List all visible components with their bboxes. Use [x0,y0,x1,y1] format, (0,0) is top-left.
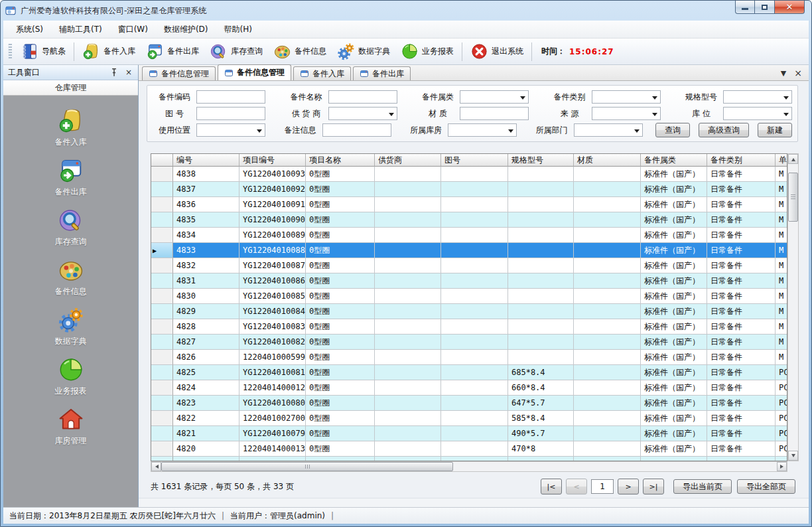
maximize-button[interactable] [755,1,774,14]
new-button[interactable]: 新建 [758,123,792,137]
column-header-part-class[interactable]: 备件属类 [641,154,707,167]
field-material-input[interactable] [460,107,529,120]
first-page-button[interactable]: |< [541,479,562,494]
tab-parts-info-mgmt-2[interactable]: 备件信息管理 [218,64,291,80]
row-selector[interactable] [151,319,173,335]
table-row[interactable]: 4821YG122040100790型圈490*5.7标准件（国产）日常备件PC [151,426,787,441]
last-page-button[interactable]: >| [643,479,664,494]
column-header-project-name[interactable]: 项目名称 [306,154,375,167]
row-selector[interactable] [151,380,173,396]
column-header-unit[interactable]: 单位 [776,154,787,167]
tool-window-close-icon[interactable]: × [124,68,133,77]
column-header-material[interactable]: 材质 [574,154,641,167]
field-location-select[interactable] [723,107,792,120]
table-row[interactable]: 4829YG122040100840型圈标准件（国产）日常备件M [151,304,787,319]
table-row[interactable]: 482412204014000120型圈660*8.4标准件（国产）日常备件PC [151,380,787,396]
table-row[interactable]: 4823YG122040100800型圈647*5.7标准件（国产）日常备件PC [151,396,787,411]
next-page-button[interactable]: > [618,479,639,494]
row-selector[interactable] [151,273,173,289]
table-row[interactable]: 4828YG122040100830型圈标准件（国产）日常备件M [151,319,787,335]
field-part-class-select[interactable] [460,90,529,104]
row-selector[interactable] [151,228,173,243]
menu-item-help[interactable]: 帮助(H) [217,21,259,38]
field-use-position-select[interactable] [196,123,265,137]
menu-item-system[interactable]: 系统(S) [9,21,50,38]
column-header-project-no[interactable]: 项目编号 [239,154,306,167]
menu-item-data-maintenance[interactable]: 数据维护(D) [157,21,216,38]
export-all-pages-button[interactable]: 导出全部页 [737,479,795,494]
field-part-code-input[interactable] [196,90,265,104]
field-spec-model-select[interactable] [723,90,792,104]
table-row[interactable]: 4832YG122040100870型圈标准件（国产）日常备件M [151,258,787,273]
toolbar-business-report-button[interactable]: 业务报表 [395,41,459,62]
field-part-type-select[interactable] [592,90,661,104]
row-selector[interactable] [151,212,173,228]
table-row[interactable]: 4837YG122040100920型圈标准件（国产）日常备件M [151,182,787,197]
scroll-left-icon[interactable] [151,462,161,471]
column-header-supplier[interactable]: 供货商 [375,154,441,167]
field-department-select[interactable] [574,123,643,137]
scroll-down-icon[interactable] [788,451,798,461]
scroll-up-icon[interactable] [788,154,798,164]
menu-item-window[interactable]: 窗口(W) [111,21,155,38]
sidebar-item-warehouse-mgmt[interactable]: 库房管理 [25,406,117,447]
sidebar-item-parts-out[interactable]: 备件出库 [25,157,117,198]
horizontal-scroll-thumb[interactable] [161,462,453,471]
table-row[interactable]: ▶4833YG122040100880型圈标准件（国产）日常备件M [151,243,787,258]
page-number-input[interactable]: 1 [591,479,614,494]
table-row[interactable]: 4825YG122040100810型圈685*8.4标准件（国产）日常备件PC [151,365,787,380]
tab-parts-info-mgmt-1[interactable]: 备件信息管理 [142,66,216,80]
scroll-right-icon[interactable] [777,462,787,471]
advanced-query-button[interactable]: 高级查询 [699,123,749,137]
query-button[interactable]: 查询 [655,123,690,137]
toolbar-nav-bar-button[interactable]: 导航条 [15,41,71,62]
field-supplier-select[interactable] [328,107,397,120]
column-header-spec[interactable]: 规格型号 [508,154,574,167]
table-row[interactable]: 482012204014000130型圈470*8标准件（国产）日常备件PC [151,441,787,457]
toolbar-exit-system-button[interactable]: 退出系统 [465,41,529,62]
toolbar-parts-in-button[interactable]: 备件入库 [77,41,141,62]
table-row[interactable]: 482212204010027000型圈585*8.4标准件（国产）日常备件PC [151,411,787,426]
toolbar-data-dictionary-button[interactable]: 数据字典 [332,41,395,62]
row-selector[interactable] [151,350,173,365]
pin-icon[interactable] [109,68,119,77]
vertical-scroll-thumb[interactable] [788,173,798,222]
field-remark-input[interactable] [322,123,391,137]
menu-item-aux-tools[interactable]: 辅助工具(T) [52,21,109,38]
row-selector[interactable] [151,258,173,273]
close-button[interactable]: ✕ [774,1,805,14]
field-source-select[interactable] [592,107,661,120]
sidebar-item-business-report[interactable]: 业务报表 [25,356,117,397]
row-selector[interactable] [151,304,173,319]
row-selector[interactable] [151,335,173,350]
row-selector[interactable] [151,365,173,380]
column-header-part-type[interactable]: 备件类别 [707,154,776,167]
export-current-page-button[interactable]: 导出当前页 [673,479,732,494]
minimize-button[interactable] [735,1,755,14]
column-header-drawing-no[interactable]: 图号 [441,154,508,167]
row-selector[interactable] [151,411,173,426]
row-selector[interactable] [151,426,173,441]
toolbar-grip[interactable] [8,44,12,60]
table-row[interactable]: 4834YG122040100890型圈标准件（国产）日常备件M [151,228,787,243]
sidebar-item-data-dictionary[interactable]: 数据字典 [25,307,117,347]
sidebar-item-inventory-query[interactable]: 库存查询 [25,207,117,248]
row-selector[interactable] [151,289,173,304]
tab-close-icon[interactable]: × [794,68,802,78]
row-selector[interactable]: ▶ [151,243,173,258]
row-selector[interactable] [151,396,173,411]
table-row[interactable]: 4835YG122040100900型圈标准件（国产）日常备件M [151,212,787,228]
field-warehouse-select[interactable] [448,123,517,137]
tab-list-chevron-down-icon[interactable]: ▼ [781,70,786,77]
row-selector[interactable] [151,167,173,182]
field-part-name-input[interactable] [328,90,397,104]
toolbar-inventory-query-button[interactable]: 库存查询 [204,41,268,62]
table-row[interactable]: 4827YG122040100820型圈标准件（国产）日常备件M [151,335,787,350]
table-row[interactable]: 4838YG122040100930型圈标准件（国产）日常备件M [151,167,787,182]
sidebar-item-parts-info[interactable]: 备件信息 [25,257,117,297]
toolbar-parts-info-button[interactable]: 备件信息 [268,41,332,62]
tab-parts-in[interactable]: 备件入库 [293,66,351,80]
tab-parts-out[interactable]: 备件出库 [353,66,411,80]
table-row[interactable]: 4831YG122040100860型圈标准件（国产）日常备件M [151,273,787,289]
prev-page-button[interactable]: < [566,479,587,494]
